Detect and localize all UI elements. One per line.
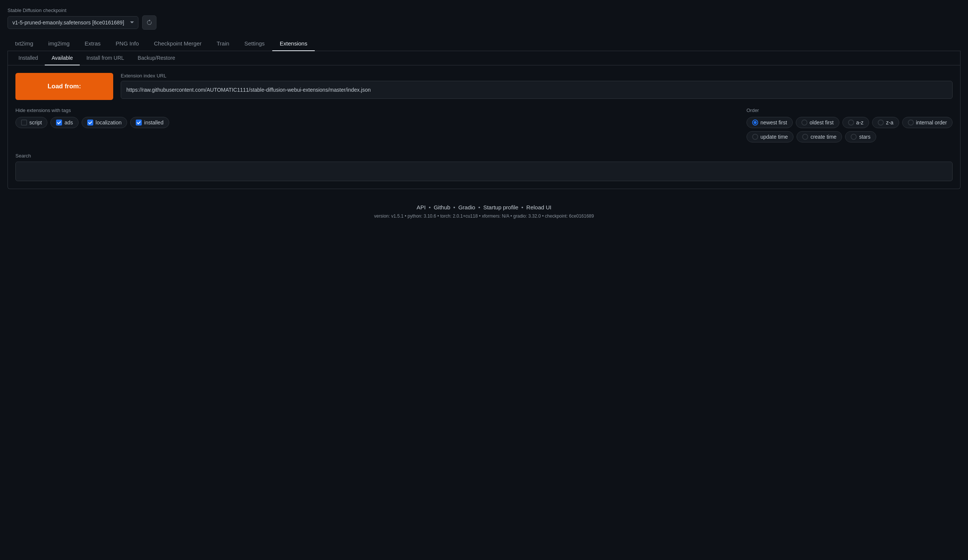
search-section: Search xyxy=(15,153,953,181)
checkbox-script[interactable] xyxy=(21,119,27,126)
order-z-a[interactable]: z-a xyxy=(872,117,899,128)
footer: API • Github • Gradio • Startup profile … xyxy=(8,204,960,219)
url-section: Extension index URL xyxy=(121,73,953,99)
order-oldest-first[interactable]: oldest first xyxy=(796,117,839,128)
tag-label-installed: installed xyxy=(144,119,163,126)
order-oldest-first-label: oldest first xyxy=(810,119,834,126)
order-row-2: update time create time stars xyxy=(746,131,953,142)
order-section: Order newest first oldest first a-z xyxy=(746,107,953,145)
order-row-1: newest first oldest first a-z z-a xyxy=(746,117,953,128)
order-internal-order[interactable]: internal order xyxy=(902,117,953,128)
footer-links: API • Github • Gradio • Startup profile … xyxy=(8,204,960,210)
tag-chips: script ads localization installed xyxy=(15,117,731,128)
footer-link-api[interactable]: API xyxy=(417,204,426,210)
filter-order-section: Hide extensions with tags script ads loc… xyxy=(15,107,953,145)
search-input[interactable] xyxy=(15,162,953,181)
tag-chip-installed[interactable]: installed xyxy=(130,117,169,128)
footer-version: version: v1.5.1 • python: 3.10.6 • torch… xyxy=(8,213,960,219)
order-z-a-label: z-a xyxy=(886,119,893,126)
tab-train[interactable]: Train xyxy=(209,36,237,51)
tab-img2img[interactable]: img2img xyxy=(41,36,77,51)
refresh-checkpoint-button[interactable] xyxy=(142,15,156,30)
load-from-section: Load from: Extension index URL xyxy=(15,73,953,100)
tab-txt2img[interactable]: txt2img xyxy=(8,36,41,51)
subtab-installed[interactable]: Installed xyxy=(12,51,45,65)
tab-checkpoint-merger[interactable]: Checkpoint Merger xyxy=(146,36,209,51)
tag-label-ads: ads xyxy=(64,119,73,126)
tab-extras[interactable]: Extras xyxy=(77,36,108,51)
main-tabs: txt2img img2img Extras PNG Info Checkpoi… xyxy=(8,36,960,51)
hide-tags-section: Hide extensions with tags script ads loc… xyxy=(15,107,731,128)
checkbox-localization[interactable] xyxy=(87,119,93,126)
checkbox-ads[interactable] xyxy=(56,119,62,126)
radio-newest-first[interactable] xyxy=(752,119,758,126)
tab-settings[interactable]: Settings xyxy=(237,36,272,51)
order-update-time[interactable]: update time xyxy=(746,131,794,142)
checkpoint-area: Stable Diffusion checkpoint v1-5-pruned-… xyxy=(8,8,960,30)
extensions-panel: Installed Available Install from URL Bac… xyxy=(8,51,960,189)
tab-png-info[interactable]: PNG Info xyxy=(108,36,147,51)
tag-label-script: script xyxy=(29,119,42,126)
order-stars-label: stars xyxy=(859,134,870,140)
order-create-time[interactable]: create time xyxy=(797,131,842,142)
tag-chip-localization[interactable]: localization xyxy=(81,117,127,128)
radio-update-time[interactable] xyxy=(752,134,758,140)
order-newest-first-label: newest first xyxy=(761,119,787,126)
hide-tags-label: Hide extensions with tags xyxy=(15,107,731,113)
load-from-button[interactable]: Load from: xyxy=(15,73,113,100)
order-stars[interactable]: stars xyxy=(845,131,876,142)
checkbox-installed[interactable] xyxy=(136,119,142,126)
search-label: Search xyxy=(15,153,953,159)
available-tab-content: Load from: Extension index URL Hide exte… xyxy=(8,65,960,189)
order-internal-order-label: internal order xyxy=(916,119,947,126)
order-update-time-label: update time xyxy=(761,134,788,140)
radio-a-z[interactable] xyxy=(848,119,854,126)
radio-internal-order[interactable] xyxy=(908,119,914,126)
tab-extensions[interactable]: Extensions xyxy=(272,36,315,51)
checkpoint-row: v1-5-pruned-emaonly.safetensors [6ce0161… xyxy=(8,15,960,30)
extension-index-label: Extension index URL xyxy=(121,73,953,79)
radio-oldest-first[interactable] xyxy=(801,119,807,126)
order-create-time-label: create time xyxy=(811,134,836,140)
subtab-install-from-url[interactable]: Install from URL xyxy=(80,51,131,65)
order-label: Order xyxy=(746,107,953,113)
order-a-z-label: a-z xyxy=(856,119,864,126)
footer-link-reload-ui[interactable]: Reload UI xyxy=(527,204,552,210)
tag-label-localization: localization xyxy=(96,119,121,126)
tag-chip-script[interactable]: script xyxy=(15,117,47,128)
order-a-z[interactable]: a-z xyxy=(842,117,869,128)
radio-stars[interactable] xyxy=(851,134,857,140)
order-newest-first[interactable]: newest first xyxy=(746,117,793,128)
checkpoint-select[interactable]: v1-5-pruned-emaonly.safetensors [6ce0161… xyxy=(8,16,138,29)
footer-link-gradio[interactable]: Gradio xyxy=(458,204,475,210)
radio-create-time[interactable] xyxy=(802,134,808,140)
subtab-backup-restore[interactable]: Backup/Restore xyxy=(131,51,182,65)
extension-index-input[interactable] xyxy=(121,81,953,99)
sub-tabs: Installed Available Install from URL Bac… xyxy=(8,51,960,65)
footer-link-github[interactable]: Github xyxy=(434,204,450,210)
subtab-available[interactable]: Available xyxy=(45,51,80,65)
tag-chip-ads[interactable]: ads xyxy=(50,117,79,128)
radio-z-a[interactable] xyxy=(878,119,884,126)
checkpoint-label: Stable Diffusion checkpoint xyxy=(8,8,960,13)
footer-link-startup-profile[interactable]: Startup profile xyxy=(483,204,518,210)
